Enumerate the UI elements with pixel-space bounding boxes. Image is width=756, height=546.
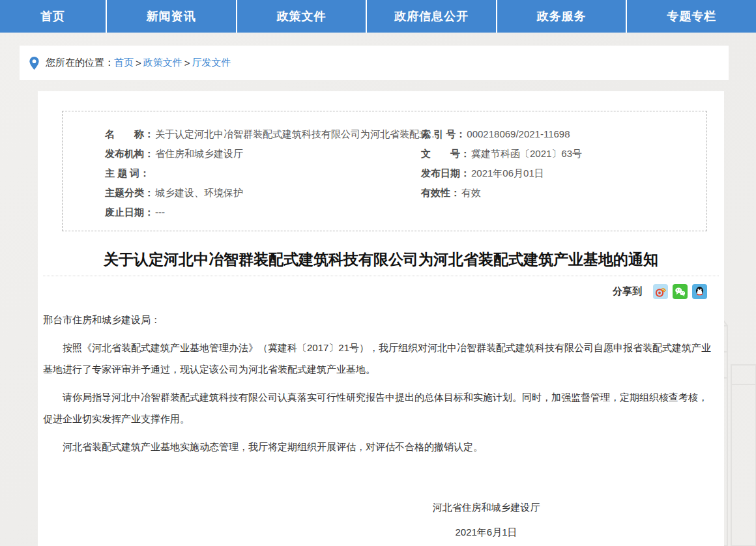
meta-cell-validity: 有效性： 有效 [421,187,706,199]
breadcrumb-link-dept-documents[interactable]: 厅发文件 [192,57,231,69]
meta-label-subject-words: 主 题 词： [105,167,149,180]
share-label: 分享到 [613,285,642,298]
title-divider [43,276,719,276]
meta-value-name: 关于认定河北中冶智群装配式建筑科技有限公司为河北省装配式... [155,128,437,141]
nav-item-gov-services[interactable]: 政务服务 [496,0,626,33]
document-meta-table: 名 称： 关于认定河北中冶智群装配式建筑科技有限公司为河北省装配式... 索 引… [62,111,707,231]
meta-cell-doc-number: 文 号： 冀建节科函〔2021〕63号 [421,148,706,160]
breadcrumb-link-home[interactable]: 首页 [114,57,134,69]
content-card: 名 称： 关于认定河北中冶智群装配式建筑科技有限公司为河北省装配式... 索 引… [38,91,724,546]
meta-cell-subject-words: 主 题 词： [105,167,421,180]
meta-label-subject-category: 主题分类： [105,187,154,199]
meta-row: 废止日期： --- [105,203,706,222]
meta-label-validity: 有效性： [421,187,460,199]
signature-date: 2021年6月1日 [401,521,571,543]
meta-label-doc-number: 文 号： [421,148,470,160]
meta-value-issuing-agency: 省住房和城乡建设厅 [155,148,243,160]
meta-cell-subject-category: 主题分类： 城乡建设、环境保护 [105,187,421,199]
meta-row: 发布机构： 省住房和城乡建设厅 文 号： 冀建节科函〔2021〕63号 [105,144,706,164]
nav-item-home[interactable]: 首页 [0,0,106,33]
meta-value-index-number: 000218069/2021-11698 [467,128,570,141]
meta-cell-issuing-agency: 发布机构： 省住房和城乡建设厅 [105,148,421,160]
meta-label-name: 名 称： [105,128,154,141]
breadcrumb-link-policy-documents[interactable]: 政策文件 [143,57,182,69]
paragraph-1: 按照《河北省装配式建筑产业基地管理办法》（冀建科〔2017〕21号），我厅组织对… [43,337,712,380]
article-body: 邢台市住房和城乡建设局： 按照《河北省装配式建筑产业基地管理办法》（冀建科〔20… [43,309,712,464]
meta-cell-name: 名 称： 关于认定河北中冶智群装配式建筑科技有限公司为河北省装配式... [105,128,421,141]
breadcrumb-separator: > [136,57,141,68]
breadcrumb: 您所在的位置： 首页 > 政策文件 > 厅发文件 [20,46,729,80]
meta-label-repeal-date: 废止日期： [105,207,154,219]
page-title: 关于认定河北中冶智群装配式建筑科技有限公司为河北省装配式建筑产业基地的通知 [38,250,724,270]
nav-item-news[interactable]: 新闻资讯 [106,0,236,33]
meta-value-validity: 有效 [461,187,481,199]
salutation: 邢台市住房和城乡建设局： [43,309,712,330]
meta-row: 主 题 词： 发布日期： 2021年06月01日 [105,164,706,183]
meta-value-doc-number: 冀建节科函〔2021〕63号 [471,148,582,160]
nav-item-policy-documents[interactable]: 政策文件 [236,0,366,33]
meta-label-publish-date: 发布日期： [421,167,470,180]
meta-value-repeal-date: --- [155,207,165,219]
meta-cell-publish-date: 发布日期： 2021年06月01日 [421,167,706,180]
wechat-share-icon[interactable] [673,284,688,299]
nav-item-gov-info-disclosure[interactable]: 政府信息公开 [366,0,496,33]
signature-block: 河北省住房和城乡建设厅 2021年6月1日 [401,496,571,543]
paragraph-2: 请你局指导河北中冶智群装配式建筑科技有限公司认真落实可行性研究报告中提出的总体目… [43,386,712,429]
meta-cell-index-number: 索 引 号： 000218069/2021-11698 [421,128,706,141]
location-pin-icon [29,56,40,70]
breadcrumb-separator: > [184,57,190,68]
paragraph-3: 河北省装配式建筑产业基地实施动态管理，我厅将定期组织开展评估，对评估不合格的撤销… [43,436,712,457]
meta-value-publish-date: 2021年06月01日 [471,167,544,180]
meta-label-index-number: 索 引 号： [421,128,465,141]
top-navigation: 首页 新闻资讯 政策文件 政府信息公开 政务服务 专题专栏 [0,0,756,33]
nav-item-special-topics[interactable]: 专题专栏 [626,0,756,33]
weibo-share-icon[interactable] [653,284,668,299]
meta-label-issuing-agency: 发布机构： [105,148,154,160]
meta-cell-repeal-date: 废止日期： --- [105,207,421,219]
qq-share-icon[interactable] [692,284,707,299]
share-bar: 分享到 [613,284,707,299]
meta-row: 名 称： 关于认定河北中冶智群装配式建筑科技有限公司为河北省装配式... 索 引… [105,124,706,144]
signature-agency: 河北省住房和城乡建设厅 [401,496,571,518]
meta-row: 主题分类： 城乡建设、环境保护 有效性： 有效 [105,183,706,203]
meta-value-subject-category: 城乡建设、环境保护 [155,187,243,199]
breadcrumb-prefix: 您所在的位置： [46,57,114,69]
